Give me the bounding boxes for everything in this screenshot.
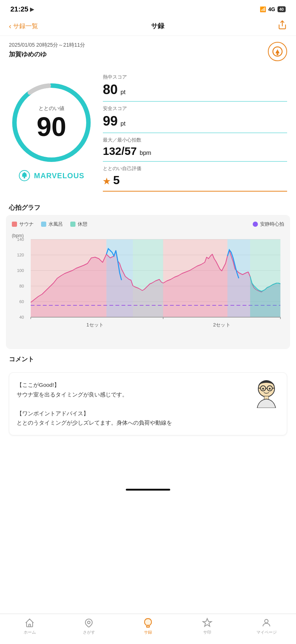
score-label-heat: 熱中スコア [103,74,287,80]
comment-section-title: コメント [0,349,296,366]
gauge-inner: ととのい値 90 [37,105,66,140]
legend-water: 水風呂 [41,221,63,228]
bell-icon [18,170,30,182]
nav-item-samark[interactable]: サ印 [196,618,218,635]
bottom-nav: ホーム さがす サ録 サ印 マイページ [0,614,296,644]
score-item-safety: 安全スコア 99 pt [103,102,287,133]
home-nav-icon [24,618,35,628]
chart-area: (bpm) 140 120 100 80 60 40 [12,232,284,343]
chevron-left-icon: ‹ [9,22,11,30]
gauge-value: 90 [37,113,66,140]
salog-nav-icon [143,618,153,628]
svg-point-47 [148,625,148,626]
samark-nav-icon [202,618,212,628]
network-label: 4G [268,6,275,12]
session-info: 2025/01/05 20時25分～21時11分 加賀ゆめのゆ [0,36,296,64]
legend-dot-sauna [12,222,17,227]
legend-dot-resting-hr [253,222,258,227]
comment-section: 【ここがGood!】 サウナ室を出るタイミングが良い感じです。 【ワンポイントア… [0,366,296,441]
location-icon: ▶ [30,6,34,12]
svg-line-42 [258,388,260,388]
marvelous-row: MARVELOUS [18,170,84,182]
back-button[interactable]: ‹ サ録一覧 [9,22,38,30]
session-name: 加賀ゆめのゆ [9,50,85,59]
score-item-self: ととのい自己評価 ★ 5 [103,162,287,192]
signal-icon: 📶 [260,6,266,12]
comment-text: 【ここがGood!】 サウナ室を出るタイミングが良い感じです。 【ワンポイントア… [17,380,248,428]
score-label-self: ととのい自己評価 [103,165,287,172]
legend-rest: 休憩 [70,221,87,228]
score-item-heartrate: 最大／最小心拍数 132/57 bpm [103,133,287,162]
battery-indicator: 40 [278,6,286,12]
legend-sauna: サウナ [12,221,34,228]
legend-resting-hr: 安静時心拍 [253,221,284,228]
mypage-nav-icon [261,618,272,628]
chart-legend: サウナ 水風呂 休憩 安静時心拍 [12,221,284,228]
score-value-heat: 80 pt [103,82,287,97]
back-label: サ録一覧 [13,22,38,30]
score-value-safety: 99 pt [103,113,287,129]
status-icons: 📶 4G 40 [260,6,286,12]
svg-point-1 [277,54,278,55]
score-value-heartrate: 132/57 bpm [103,145,287,157]
svg-text:60: 60 [19,299,24,304]
nav-header: ‹ サ録一覧 サ録 [0,16,296,36]
circle-gauge: ととのい値 90 [9,80,94,165]
status-time: 21:25 [10,5,28,13]
comment-box: 【ここがGood!】 サウナ室を出るタイミングが良い感じです。 【ワンポイントア… [9,372,287,435]
legend-dot-rest [70,222,75,227]
svg-text:140: 140 [17,237,24,242]
gauge-label: ととのい値 [37,105,66,112]
svg-text:2セット: 2セット [213,322,231,328]
marvelous-label: MARVELOUS [34,172,84,180]
search-nav-icon [84,618,94,628]
score-label-safety: 安全スコア [103,105,287,112]
score-label-heartrate: 最大／最小心拍数 [103,137,287,143]
page-title: サ録 [151,21,164,30]
legend-dot-water [41,222,46,227]
svg-text:100: 100 [17,268,24,273]
nav-item-mypage[interactable]: マイページ [255,618,278,635]
svg-text:40: 40 [19,315,24,319]
score-item-heat: 熱中スコア 80 pt [103,70,287,102]
score-value-self: ★ 5 [103,173,287,187]
fire-badge [268,42,287,61]
nav-item-search[interactable]: さがす [78,618,100,635]
share-button[interactable] [278,20,287,32]
score-panel: 熱中スコア 80 pt 安全スコア 99 pt 最大／最小心拍数 132/57 … [103,70,287,192]
svg-text:1セット: 1セット [86,322,104,328]
svg-point-48 [265,620,268,623]
graph-container: サウナ 水風呂 休憩 安静時心拍 (bpm) 140 120 100 [6,215,290,349]
nav-item-home[interactable]: ホーム [18,618,41,635]
svg-point-8 [24,172,25,173]
graph-section-title: 心拍グラフ [0,197,296,215]
svg-point-44 [262,388,264,390]
circle-gauge-container: ととのい値 90 MARVELOUS [9,80,94,182]
home-indicator-bar [126,489,170,491]
svg-point-7 [23,177,25,179]
svg-text:80: 80 [19,284,24,288]
nav-item-salog[interactable]: サ録 [137,618,159,635]
session-time: 2025/01/05 20時25分～21時11分 [9,42,85,49]
svg-point-45 [269,388,271,390]
main-section: ととのい値 90 MARVELOUS 熱中スコア 80 pt [0,64,296,197]
svg-line-43 [272,388,275,388]
svg-text:120: 120 [17,253,24,257]
comment-avatar [253,380,279,406]
status-bar: 21:25 ▶ 📶 4G 40 [0,0,296,16]
